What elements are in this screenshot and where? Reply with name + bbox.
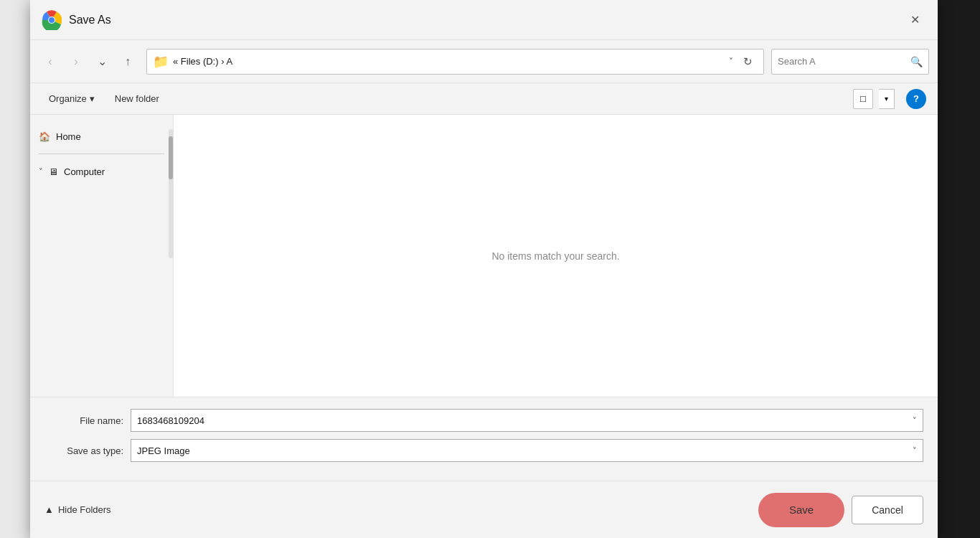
- filetype-dropdown-arrow: ˅: [913, 446, 917, 456]
- sidebar-scrollbar[interactable]: [169, 129, 173, 258]
- sidebar: 🏠 Home ˅ 🖥 Computer: [30, 115, 174, 397]
- hide-folders-label: Hide Folders: [58, 504, 111, 515]
- forward-button[interactable]: ›: [65, 50, 88, 73]
- new-folder-label: New folder: [115, 93, 159, 104]
- main-content: 🏠 Home ˅ 🖥 Computer No items match your …: [30, 115, 938, 397]
- dialog-title: Save As: [69, 14, 903, 27]
- view-icon: □: [860, 93, 866, 104]
- sidebar-item-home[interactable]: 🏠 Home: [30, 123, 173, 149]
- close-button[interactable]: ✕: [903, 9, 926, 32]
- filename-row: File name: 1683468109204 ˅: [44, 409, 923, 432]
- filetype-row: Save as type: JPEG Image ˅: [44, 439, 923, 462]
- dropdown-history-button[interactable]: ⌄: [90, 50, 113, 73]
- content-pane: No items match your search.: [174, 115, 938, 397]
- hide-folders-button[interactable]: ▲ Hide Folders: [44, 504, 111, 515]
- sidebar-computer-label: Computer: [64, 166, 105, 177]
- filename-dropdown-arrow: ˅: [913, 416, 917, 425]
- organize-button[interactable]: Organize ▾: [42, 88, 102, 110]
- new-folder-button[interactable]: New folder: [108, 88, 166, 110]
- refresh-button[interactable]: ↻: [738, 52, 758, 72]
- filename-value: 1683468109204: [137, 415, 204, 426]
- up-button[interactable]: ↑: [116, 50, 139, 73]
- cancel-button[interactable]: Cancel: [852, 496, 923, 524]
- filetype-select[interactable]: JPEG Image ˅: [131, 439, 923, 462]
- view-dropdown[interactable]: ▾: [879, 89, 895, 109]
- back-button[interactable]: ‹: [39, 50, 62, 73]
- svg-point-2: [49, 17, 55, 23]
- address-path: « Files (D:) › A: [173, 56, 725, 67]
- empty-message: No items match your search.: [491, 250, 619, 262]
- sidebar-home-label: Home: [56, 131, 81, 142]
- nav-bar: ‹ › ⌄ ↑ 📁 « Files (D:) › A ˅ ↻ 🔍: [30, 40, 938, 83]
- sidebar-separator: [39, 154, 164, 154]
- search-input[interactable]: [778, 56, 906, 67]
- folder-icon: 📁: [153, 54, 169, 70]
- organize-arrow: ▾: [90, 93, 95, 104]
- action-row: ▲ Hide Folders Save Cancel: [30, 481, 938, 538]
- search-icon: 🔍: [910, 56, 923, 67]
- address-bar[interactable]: 📁 « Files (D:) › A ˅ ↻: [146, 49, 764, 75]
- filename-label: File name:: [44, 415, 131, 426]
- search-bar[interactable]: 🔍: [771, 49, 929, 75]
- computer-icon: 🖥: [49, 166, 58, 177]
- help-icon: ?: [913, 93, 919, 104]
- filetype-value: JPEG Image: [137, 445, 190, 456]
- organize-label: Organize: [49, 93, 87, 104]
- sidebar-item-computer[interactable]: ˅ 🖥 Computer: [30, 159, 173, 184]
- filetype-label: Save as type:: [44, 445, 131, 456]
- chrome-icon: [42, 10, 62, 30]
- view-button[interactable]: □: [853, 89, 873, 109]
- hide-folders-arrow: ▲: [44, 504, 54, 515]
- sidebar-scrollbar-thumb: [169, 136, 173, 179]
- save-as-dialog: Save As ✕ ‹ › ⌄ ↑ 📁 « Files (D:) › A ˅ ↻…: [30, 0, 938, 538]
- home-icon: 🏠: [39, 131, 50, 142]
- filename-input[interactable]: 1683468109204 ˅: [131, 409, 923, 432]
- view-dropdown-arrow: ▾: [885, 95, 888, 103]
- save-button[interactable]: Save: [758, 493, 844, 527]
- toolbar: Organize ▾ New folder □ ▾ ?: [30, 83, 938, 115]
- computer-dropdown-icon: ˅: [39, 167, 43, 176]
- address-dropdown-arrow[interactable]: ˅: [729, 57, 733, 67]
- title-bar: Save As ✕: [30, 0, 938, 40]
- help-button[interactable]: ?: [906, 89, 926, 109]
- form-section: File name: 1683468109204 ˅ Save as type:…: [30, 397, 938, 481]
